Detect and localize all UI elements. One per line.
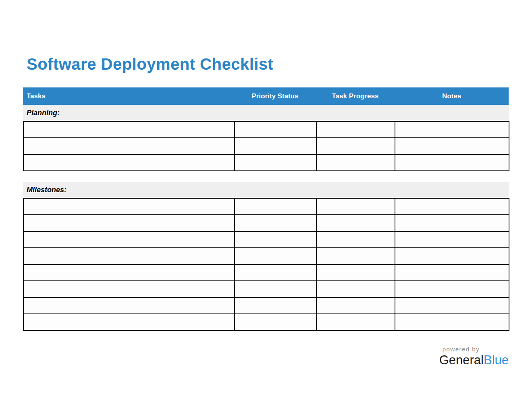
cell-priority-status — [235, 154, 316, 171]
cell-task-progress — [316, 198, 395, 215]
cell-task-progress — [316, 154, 395, 171]
cell-notes — [395, 215, 509, 231]
brand-footer: powered by GeneralBlue — [439, 346, 509, 366]
checklist-table: Tasks Priority Status Task Progress Note… — [23, 87, 509, 331]
cell-priority-status — [235, 281, 316, 297]
cell-task — [23, 215, 235, 231]
cell-notes — [395, 154, 509, 171]
cell-task-progress — [316, 264, 395, 281]
cell-task — [23, 314, 235, 330]
table-header-row: Tasks Priority Status Task Progress Note… — [23, 87, 509, 105]
cell-priority-status — [235, 215, 316, 231]
brand-blue-text: Blue — [484, 353, 509, 367]
document-page: Software Deployment Checklist Tasks Prio… — [0, 0, 532, 411]
cell-priority-status — [235, 314, 316, 330]
table-row — [23, 215, 509, 231]
cell-task-progress — [316, 215, 395, 231]
cell-task — [23, 264, 235, 281]
column-header-tasks: Tasks — [23, 87, 234, 105]
cell-notes — [395, 314, 509, 330]
section-label: Planning: — [23, 105, 509, 121]
cell-task-progress — [316, 121, 395, 138]
cell-notes — [395, 248, 509, 264]
cell-task — [23, 121, 235, 138]
cell-priority-status — [235, 264, 316, 281]
cell-task-progress — [316, 231, 395, 248]
cell-notes — [395, 231, 509, 248]
cell-task — [23, 138, 235, 154]
cell-task — [23, 281, 235, 297]
cell-notes — [395, 264, 509, 281]
section-label: Milestones: — [23, 182, 509, 198]
section-planning: Planning: — [23, 105, 509, 171]
table-row — [23, 198, 509, 215]
cell-priority-status — [235, 138, 316, 154]
column-header-task-progress: Task Progress — [316, 87, 395, 105]
cell-task-progress — [316, 248, 395, 264]
table-row — [23, 314, 509, 330]
section-milestones: Milestones: — [23, 182, 509, 331]
table-sections: Planning:Milestones: — [23, 105, 509, 331]
cell-task — [23, 248, 235, 264]
cell-task — [23, 154, 235, 171]
cell-notes — [395, 297, 509, 314]
section-grid — [23, 121, 509, 171]
cell-task-progress — [316, 138, 395, 154]
cell-notes — [395, 198, 509, 215]
table-row — [23, 121, 509, 138]
table-row — [23, 138, 509, 154]
table-row — [23, 248, 509, 264]
table-row — [23, 297, 509, 314]
table-row — [23, 264, 509, 281]
cell-task — [23, 231, 235, 248]
table-row — [23, 154, 509, 171]
table-row — [23, 231, 509, 248]
cell-notes — [395, 121, 509, 138]
generalblue-logo: GeneralBlue — [439, 354, 509, 366]
cell-priority-status — [235, 297, 316, 314]
table-row — [23, 281, 509, 297]
cell-priority-status — [235, 198, 316, 215]
cell-task — [23, 297, 235, 314]
cell-notes — [395, 281, 509, 297]
cell-notes — [395, 138, 509, 154]
section-grid — [23, 198, 509, 331]
cell-task-progress — [316, 281, 395, 297]
page-title: Software Deployment Checklist — [27, 56, 273, 72]
cell-priority-status — [235, 231, 316, 248]
cell-priority-status — [235, 248, 316, 264]
cell-priority-status — [235, 121, 316, 138]
cell-task-progress — [316, 314, 395, 330]
column-header-notes: Notes — [395, 87, 509, 105]
cell-task — [23, 198, 235, 215]
powered-by-text: powered by — [443, 346, 509, 353]
cell-task-progress — [316, 297, 395, 314]
column-header-priority-status: Priority Status — [234, 87, 316, 105]
brand-general-text: General — [439, 353, 484, 367]
